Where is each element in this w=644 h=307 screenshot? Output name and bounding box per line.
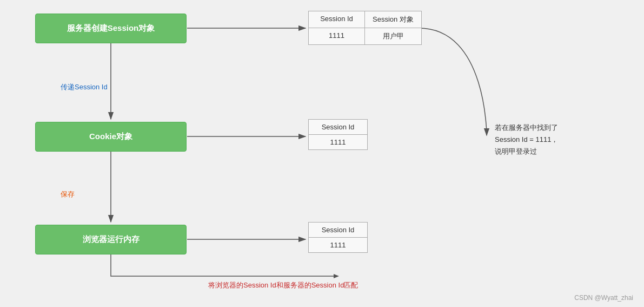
- browser-session-body: 1111: [309, 238, 367, 252]
- watermark-text: CSDN @Wyatt_zhai: [574, 294, 633, 302]
- match-label-text: 将浏览器的Session Id和服务器的Session Id匹配: [208, 281, 358, 289]
- browser-session-header: Session Id: [309, 223, 367, 238]
- note-line2: Session Id = 1111，: [495, 134, 558, 146]
- save-label-text: 保存: [61, 190, 75, 198]
- browser-session-table: Session Id 1111: [308, 222, 368, 253]
- browser-session-id-header: Session Id: [322, 226, 355, 234]
- session-table-full: Session Id Session 对象 1111 用户甲: [308, 11, 422, 45]
- cookie-session-id-value: 1111: [330, 138, 346, 146]
- session-obj-col-header: Session 对象: [373, 15, 414, 23]
- session-obj-val: 用户甲: [383, 32, 404, 40]
- svg-marker-7: [334, 274, 339, 278]
- browser-memory-box: 浏览器运行内存: [35, 225, 187, 254]
- browser-label: 浏览器运行内存: [83, 234, 140, 245]
- pass-label-text: 传递Session Id: [61, 83, 108, 91]
- session-id-header: Session Id: [309, 11, 365, 28]
- session-id-col-header: Session Id: [320, 15, 353, 23]
- session-id-value: 1111: [309, 28, 365, 44]
- server-create-label: 服务器创建Session对象: [67, 23, 155, 34]
- cookie-session-id-header: Session Id: [322, 123, 355, 131]
- note-text-3: 说明甲登录过: [495, 147, 537, 155]
- cookie-session-header: Session Id: [309, 120, 367, 135]
- session-obj-value: 用户甲: [365, 28, 421, 44]
- watermark: CSDN @Wyatt_zhai: [574, 294, 633, 302]
- session-table-body: 1111 用户甲: [309, 28, 421, 44]
- server-create-session-box: 服务器创建Session对象: [35, 14, 187, 43]
- save-label: 保存: [61, 190, 75, 199]
- cookie-session-body: 1111: [309, 135, 367, 149]
- cookie-session-table: Session Id 1111: [308, 119, 368, 150]
- session-table-header: Session Id Session 对象: [309, 11, 421, 28]
- note-line3: 说明甲登录过: [495, 146, 558, 158]
- pass-session-id-label: 传递Session Id: [61, 82, 108, 92]
- browser-session-id-value: 1111: [330, 241, 346, 249]
- match-label: 将浏览器的Session Id和服务器的Session Id匹配: [208, 280, 358, 290]
- cookie-object-box: Cookie对象: [35, 122, 187, 152]
- note-text-1: 若在服务器中找到了: [495, 123, 558, 132]
- cookie-label: Cookie对象: [89, 132, 132, 142]
- note-line1: 若在服务器中找到了: [495, 122, 558, 134]
- session-obj-header: Session 对象: [365, 11, 421, 28]
- session-id-val: 1111: [329, 31, 344, 40]
- diagram-container: 服务器创建Session对象 Cookie对象 浏览器运行内存 Session …: [0, 0, 644, 307]
- note-text-2: Session Id = 1111，: [495, 135, 558, 143]
- server-note: 若在服务器中找到了 Session Id = 1111， 说明甲登录过: [495, 122, 558, 158]
